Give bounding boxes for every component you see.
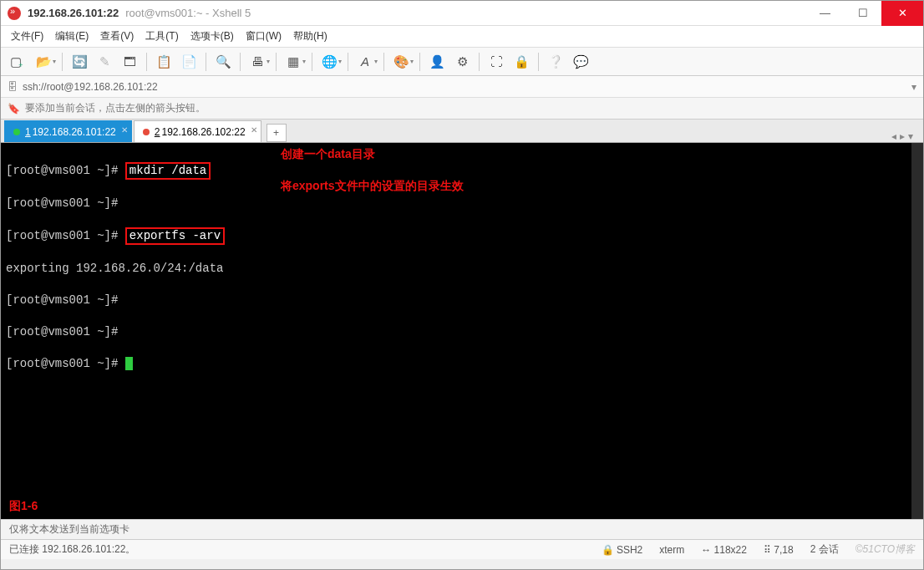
- hint-text: 要添加当前会话，点击左侧的箭头按钮。: [25, 101, 206, 115]
- status-termtype: xterm: [659, 544, 684, 556]
- reconnect-icon[interactable]: 🔄: [69, 51, 90, 73]
- terminal[interactable]: [root@vms001 ~]# mkdir /data [root@vms00…: [1, 143, 923, 519]
- color-dropdown-icon[interactable]: ▾: [410, 58, 414, 65]
- status-sessions: 2 会话: [810, 542, 839, 557]
- menu-edit[interactable]: 编辑(E): [55, 29, 89, 43]
- globe-icon[interactable]: 🌐: [318, 51, 340, 73]
- address-bar: 🗄 ssh://root@192.168.26.101:22 ▾: [1, 76, 923, 98]
- new-session-icon[interactable]: ▢+: [8, 51, 29, 73]
- menu-window[interactable]: 窗口(W): [246, 29, 282, 43]
- lock-icon[interactable]: 🔒: [510, 51, 532, 73]
- tab-close-icon[interactable]: ✕: [121, 125, 128, 135]
- menu-tabs[interactable]: 选项卡(B): [190, 29, 234, 43]
- help-icon[interactable]: ❔: [545, 51, 566, 73]
- title-bar: 192.168.26.101:22 root@vms001:~ - Xshell…: [1, 1, 923, 26]
- close-button[interactable]: ✕: [881, 1, 923, 26]
- highlighted-command: mkdir /data: [125, 162, 211, 180]
- fullscreen-icon[interactable]: ⛶: [485, 51, 507, 73]
- globe-dropdown-icon[interactable]: ▾: [338, 58, 342, 65]
- find-icon[interactable]: 🔍: [212, 51, 234, 73]
- add-tab-button[interactable]: +: [267, 124, 287, 142]
- tab-list-icon[interactable]: ▾: [908, 130, 913, 142]
- bookmark-icon[interactable]: 🔖: [8, 103, 20, 115]
- tab-session-1[interactable]: 1 192.168.26.101:22 ✕: [4, 120, 132, 142]
- menu-file[interactable]: 文件(F): [11, 29, 43, 43]
- terminal-cursor: [125, 357, 133, 370]
- status-cursor-pos: ⠿ 7,18: [764, 544, 794, 556]
- terminal-scrollbar[interactable]: [911, 143, 923, 519]
- annotation-2: 将exports文件中的设置的目录生效: [281, 178, 464, 194]
- layout-icon[interactable]: ▦: [282, 51, 304, 73]
- tab-next-icon[interactable]: ▸: [900, 130, 905, 142]
- paste-icon[interactable]: 📄: [178, 51, 200, 73]
- address-url[interactable]: ssh://root@192.168.26.101:22: [23, 81, 158, 93]
- tab-nav: ◂ ▸ ▾: [885, 130, 920, 142]
- window-title-sub: root@vms001:~ - Xshell 5: [125, 7, 251, 19]
- address-dropdown-icon[interactable]: ▾: [911, 81, 916, 93]
- tab-close-icon[interactable]: ✕: [251, 125, 257, 135]
- status-dot-icon: [143, 129, 150, 135]
- status-bar-connection: 已连接 192.168.26.101:22。 🔒 SSH2 xterm ↔ 11…: [1, 539, 923, 559]
- tab-label: 192.168.26.101:22: [33, 126, 116, 138]
- color-icon[interactable]: 🎨: [390, 51, 412, 73]
- highlighted-command: exportfs -arv: [125, 227, 225, 245]
- menu-help[interactable]: 帮助(H): [293, 29, 327, 43]
- open-icon[interactable]: 📂: [33, 51, 54, 73]
- tab-index: 2: [155, 126, 160, 138]
- minimize-button[interactable]: —: [806, 1, 844, 26]
- figure-label: 图1-6: [9, 498, 38, 514]
- status-dot-icon: [13, 129, 20, 135]
- app-icon: [8, 7, 21, 20]
- font-icon[interactable]: A: [354, 51, 376, 73]
- annotation-1: 创建一个data目录: [281, 146, 375, 162]
- status-size: ↔ 118x22: [701, 544, 747, 556]
- window-title-main: 192.168.26.101:22: [28, 7, 119, 19]
- font-dropdown-icon[interactable]: ▾: [374, 58, 378, 65]
- tab-index: 1: [25, 126, 31, 138]
- print-dropdown-icon[interactable]: ▾: [267, 58, 270, 65]
- properties-icon[interactable]: 🗔: [119, 51, 140, 73]
- copy-icon[interactable]: 📋: [153, 51, 175, 73]
- script-icon[interactable]: ⚙: [451, 51, 473, 73]
- disconnect-icon[interactable]: ✎: [94, 51, 115, 73]
- layout-dropdown-icon[interactable]: ▾: [302, 58, 306, 65]
- status-protocol: 🔒 SSH2: [602, 544, 643, 556]
- hint-bar: 🔖 要添加当前会话，点击左侧的箭头按钮。: [1, 98, 923, 120]
- open-dropdown-icon[interactable]: ▾: [53, 58, 56, 65]
- tab-prev-icon[interactable]: ◂: [891, 130, 896, 142]
- menu-view[interactable]: 查看(V): [100, 29, 134, 43]
- menu-tools[interactable]: 工具(T): [145, 29, 178, 43]
- terminal-container: [root@vms001 ~]# mkdir /data [root@vms00…: [1, 143, 923, 519]
- status-connected: 已连接 192.168.26.101:22。: [9, 542, 135, 557]
- send-mode-text: 仅将文本发送到当前选项卡: [9, 522, 129, 537]
- watermark: ©51CTO博客: [855, 542, 915, 557]
- tab-session-2[interactable]: 2 192.168.26.102:22 ✕: [134, 120, 261, 142]
- ssh-lock-icon: 🗄: [8, 81, 18, 93]
- maximize-button[interactable]: ☐: [844, 1, 881, 26]
- print-icon[interactable]: 🖶: [246, 51, 268, 73]
- user-icon[interactable]: 👤: [426, 51, 448, 73]
- tab-bar: 1 192.168.26.101:22 ✕ 2 192.168.26.102:2…: [1, 120, 923, 143]
- chat-icon[interactable]: 💬: [570, 51, 591, 73]
- tab-label: 192.168.26.102:22: [161, 126, 245, 138]
- menu-bar: 文件(F) 编辑(E) 查看(V) 工具(T) 选项卡(B) 窗口(W) 帮助(…: [1, 26, 923, 48]
- toolbar: ▢+ 📂▾ 🔄 ✎ 🗔 📋 📄 🔍 🖶▾ ▦▾ 🌐▾ A▾ 🎨▾ 👤 ⚙ ⛶ 🔒…: [1, 48, 923, 76]
- status-bar-send-mode: 仅将文本发送到当前选项卡: [1, 519, 923, 539]
